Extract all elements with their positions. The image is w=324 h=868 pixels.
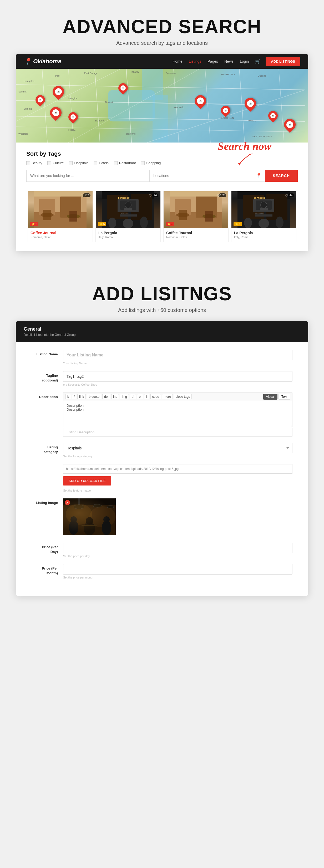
add-listings-subtitle: Add listings with +50 custome options bbox=[5, 307, 319, 313]
svg-rect-46 bbox=[69, 211, 77, 221]
nav-item-listings[interactable]: Listings bbox=[189, 59, 201, 64]
category-select[interactable]: Hospitals bbox=[63, 443, 292, 453]
svg-point-87 bbox=[75, 506, 83, 509]
svg-text:Towns...: Towns... bbox=[247, 119, 256, 122]
svg-text:Elizabeth: Elizabeth bbox=[95, 119, 104, 122]
tag-beauty[interactable]: Beauty bbox=[26, 161, 42, 165]
editor-btn-more[interactable]: more bbox=[162, 394, 173, 399]
editor-visual-tab[interactable]: Visual bbox=[263, 394, 278, 400]
editor-btn-i[interactable]: i bbox=[72, 394, 76, 399]
editor-btn-bquote[interactable]: b-quote bbox=[87, 394, 101, 399]
nav-item-news[interactable]: News bbox=[224, 59, 233, 64]
editor-btn-ol[interactable]: ol bbox=[137, 394, 143, 399]
svg-point-76 bbox=[261, 202, 267, 208]
price-per-day-input[interactable] bbox=[63, 542, 292, 553]
svg-point-100 bbox=[102, 521, 111, 535]
pin-icon: 📍 bbox=[24, 58, 32, 65]
search-row: 📍 SEARCH bbox=[26, 169, 298, 182]
card-title[interactable]: Coffee Journal bbox=[166, 231, 226, 235]
svg-text:FILTER 10:1: FILTER 10:1 bbox=[120, 212, 129, 214]
tag-beauty-checkbox[interactable] bbox=[26, 161, 30, 165]
tag-restaurant-checkbox[interactable] bbox=[114, 161, 117, 165]
editor-btn-ul[interactable]: ul bbox=[130, 394, 136, 399]
svg-point-81 bbox=[244, 218, 252, 228]
editor-btn-del[interactable]: del bbox=[102, 394, 110, 399]
listing-card: 102 ♡ ⭐ 1 Coffee Journal Romania, Galati bbox=[163, 191, 228, 242]
nav-item-pages[interactable]: Pages bbox=[208, 59, 218, 64]
location-input[interactable] bbox=[149, 169, 265, 182]
card-heart-icon[interactable]: ♡ bbox=[217, 193, 220, 197]
editor-btn-code[interactable]: code bbox=[150, 394, 161, 399]
image-url-input[interactable] bbox=[63, 464, 292, 474]
nav-link-listings[interactable]: Listings bbox=[189, 59, 201, 63]
editor-text-tab[interactable]: Text bbox=[279, 394, 290, 400]
nav-link-login[interactable]: Login bbox=[240, 59, 249, 63]
card-heart-icon[interactable]: ♡ bbox=[285, 193, 288, 197]
category-label: Listing category bbox=[32, 443, 63, 455]
tag-hospitals[interactable]: Hospitals bbox=[69, 161, 88, 165]
nav-link-home[interactable]: Home bbox=[173, 59, 182, 63]
editor-btn-close-tags[interactable]: close tags bbox=[174, 394, 192, 399]
card-title[interactable]: Coffee Journal bbox=[31, 231, 90, 235]
card-info: La Pergola Italy, Roma bbox=[96, 228, 160, 242]
add-listing-button[interactable]: ADD LISTINGS bbox=[265, 57, 300, 66]
card-info: Coffee Journal Romania, Galati bbox=[164, 228, 228, 242]
svg-text:Secaucus: Secaucus bbox=[166, 72, 176, 74]
editor-btn-b[interactable]: b bbox=[66, 394, 71, 399]
svg-point-60 bbox=[123, 219, 133, 228]
location-pin-icon: 📍 bbox=[256, 173, 262, 179]
tagline-label: Tagline (optional) bbox=[32, 371, 63, 383]
card-title[interactable]: La Pergola bbox=[98, 231, 158, 235]
svg-rect-42 bbox=[34, 191, 86, 196]
form-header: General Details Listed into the General … bbox=[16, 321, 308, 342]
listing-image-label: Listing Image bbox=[32, 498, 63, 505]
nav-item-home[interactable]: Home bbox=[173, 59, 182, 64]
svg-text:Irvington: Irvington bbox=[68, 97, 78, 100]
svg-point-88 bbox=[94, 505, 101, 507]
tag-shopping[interactable]: Shopping bbox=[141, 161, 161, 165]
editor-btn-li[interactable]: li bbox=[144, 394, 149, 399]
tag-culture-checkbox[interactable] bbox=[47, 161, 51, 165]
tag-culture[interactable]: Culture bbox=[47, 161, 64, 165]
svg-line-11 bbox=[174, 69, 179, 143]
map-pin-9: ☕ bbox=[268, 111, 278, 120]
tag-hotels[interactable]: Hotels bbox=[94, 161, 109, 165]
nav-link-pages[interactable]: Pages bbox=[208, 59, 218, 63]
listing-card: 102 ♡ ⭐ 1 Coffee Journal Romania, Galati bbox=[28, 191, 93, 242]
card-title[interactable]: La Pergola bbox=[234, 231, 293, 235]
map-pin-7: ☕ bbox=[221, 105, 230, 115]
preview-image-svg bbox=[63, 498, 116, 535]
tag-hospitals-checkbox[interactable] bbox=[69, 161, 73, 165]
price-per-month-input[interactable] bbox=[63, 564, 292, 575]
card-heart-icon[interactable]: ♡ bbox=[149, 193, 152, 197]
nav-item-login[interactable]: Login bbox=[240, 59, 249, 64]
map-pin-2: ☕ bbox=[50, 107, 62, 119]
card-heart-icon[interactable]: ♡ bbox=[81, 193, 85, 197]
svg-text:Bayonne: Bayonne bbox=[126, 132, 136, 135]
search-button[interactable]: SEARCH bbox=[265, 169, 298, 182]
tagline-input[interactable] bbox=[63, 371, 292, 382]
upload-button[interactable]: ADD OR UPLOAD FILE bbox=[63, 476, 111, 486]
editor-btn-link[interactable]: link bbox=[77, 394, 86, 399]
editor-btn-img[interactable]: img bbox=[120, 394, 129, 399]
tag-shopping-checkbox[interactable] bbox=[141, 161, 145, 165]
tag-hotels-checkbox[interactable] bbox=[94, 161, 97, 165]
map-pin-8: ☕ bbox=[245, 98, 256, 109]
svg-point-58 bbox=[108, 218, 116, 228]
search-input[interactable] bbox=[26, 169, 149, 182]
map-pin-1: ☕ bbox=[36, 95, 45, 104]
map-background: Livingston Park East Orange Kearny Secau… bbox=[16, 69, 308, 143]
svg-text:Westfield: Westfield bbox=[19, 132, 28, 135]
svg-text:ESPRESSO: ESPRESSO bbox=[254, 197, 265, 199]
svg-text:MANHATTAN: MANHATTAN bbox=[221, 73, 236, 76]
navbar-brand[interactable]: 📍 Oklahoma bbox=[24, 58, 61, 65]
svg-rect-77 bbox=[260, 208, 268, 211]
editor-btn-ins[interactable]: ins bbox=[111, 394, 119, 399]
location-wrapper: 📍 bbox=[149, 169, 265, 182]
description-textarea[interactable]: Description Description bbox=[63, 401, 292, 427]
listing-card: ESPRESSO FILTER 10:1 44 ♡ ⭐ 5 La Pergola… bbox=[231, 191, 296, 242]
svg-rect-80 bbox=[255, 214, 273, 217]
listing-name-input[interactable] bbox=[63, 350, 292, 360]
tag-restaurant[interactable]: Restaurant bbox=[114, 161, 136, 165]
nav-link-news[interactable]: News bbox=[224, 59, 233, 63]
